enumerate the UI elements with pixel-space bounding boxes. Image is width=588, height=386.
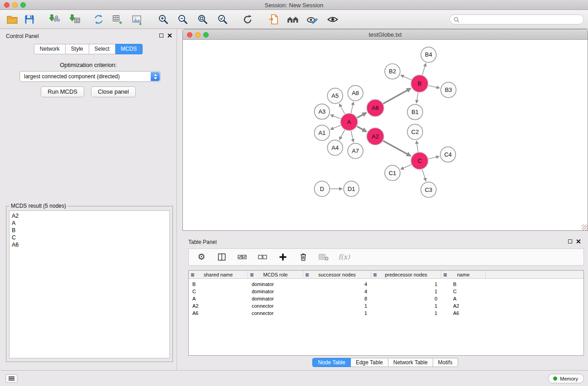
table-settings-button[interactable]: ⚙ xyxy=(196,252,207,262)
table-row[interactable]: A2connector11A2 xyxy=(189,302,583,310)
result-item[interactable]: A2 xyxy=(12,212,167,219)
export-image-button[interactable] xyxy=(131,13,143,26)
import-document-button[interactable] xyxy=(268,13,280,26)
table-row[interactable]: Bdominator41B xyxy=(189,281,583,288)
edge-C-C1[interactable] xyxy=(401,165,411,170)
node-C2[interactable]: C2 xyxy=(407,124,423,140)
edge-A-A7[interactable] xyxy=(351,131,353,142)
edge-B-B2[interactable] xyxy=(401,75,411,80)
resize-grip[interactable] xyxy=(582,224,588,230)
criterion-dropdown[interactable]: largest connected component (directed) xyxy=(19,71,161,82)
deselect-all-columns-button[interactable] xyxy=(257,252,268,262)
node-C1[interactable]: C1 xyxy=(385,165,400,181)
zoom-selected-button[interactable] xyxy=(216,13,229,26)
network-canvas[interactable]: B4B2BB3A8A5A6A3B1AC2A1A2A4A7C4CC1C3DD1 xyxy=(183,40,588,230)
table-row[interactable]: Cdominator41C xyxy=(189,288,583,295)
float-table-panel-icon[interactable] xyxy=(568,239,572,243)
tab-select[interactable]: Select xyxy=(89,44,115,54)
node-A3[interactable]: A3 xyxy=(314,104,330,119)
edge-A-A1[interactable] xyxy=(330,125,341,129)
node-B[interactable]: B xyxy=(411,75,428,92)
edge-A-A3[interactable] xyxy=(330,115,341,119)
node-B3[interactable]: B3 xyxy=(441,82,456,98)
refresh-view-button[interactable] xyxy=(241,13,254,26)
node-A5[interactable]: A5 xyxy=(327,88,343,104)
edge-B-B1[interactable] xyxy=(416,93,418,103)
network-graph[interactable]: B4B2BB3A8A5A6A3B1AC2A1A2A4A7C4CC1C3DD1 xyxy=(183,40,588,230)
network-window-titlebar[interactable]: testGlobe.txt xyxy=(183,29,588,40)
node-A1[interactable]: A1 xyxy=(314,125,330,141)
result-item[interactable]: C xyxy=(12,234,167,241)
close-table-panel-icon[interactable] xyxy=(576,239,581,243)
column-header[interactable]: successor nodes xyxy=(303,271,371,278)
zoom-fit-button[interactable] xyxy=(196,13,209,26)
edge-A-A6[interactable] xyxy=(357,113,367,118)
import-table-file-button[interactable] xyxy=(68,13,81,26)
table-row[interactable]: Adominator80A xyxy=(189,295,583,302)
tab-edge-table[interactable]: Edge Table xyxy=(351,358,388,367)
node-C3[interactable]: C3 xyxy=(421,182,436,197)
result-item[interactable]: A xyxy=(12,219,167,227)
select-all-columns-button[interactable] xyxy=(237,252,248,262)
node-C[interactable]: C xyxy=(411,152,428,169)
tab-node-table[interactable]: Node Table xyxy=(312,358,351,367)
memory-button[interactable]: Memory xyxy=(548,374,584,383)
close-panel-button[interactable]: Close panel xyxy=(91,86,136,97)
import-network-file-button[interactable] xyxy=(48,13,61,26)
table-row[interactable]: A6connector11A6 xyxy=(189,310,583,317)
node-A4[interactable]: A4 xyxy=(327,140,343,155)
edge-A-A4[interactable] xyxy=(339,130,345,140)
node-A[interactable]: A xyxy=(340,114,358,131)
zoom-in-button[interactable] xyxy=(157,13,170,26)
node-A6[interactable]: A6 xyxy=(367,100,384,117)
edge-B-B3[interactable] xyxy=(428,86,440,88)
task-history-button[interactable] xyxy=(5,374,18,383)
node-D1[interactable]: D1 xyxy=(344,181,359,196)
search-box[interactable] xyxy=(449,14,584,24)
save-session-button[interactable] xyxy=(23,13,36,26)
tab-network[interactable]: Network xyxy=(34,44,66,54)
show-hide-button[interactable] xyxy=(326,13,339,26)
result-item[interactable]: A6 xyxy=(12,241,167,248)
edge-C-C3[interactable] xyxy=(422,169,426,181)
show-columns-button[interactable] xyxy=(216,252,227,262)
delete-column-button[interactable] xyxy=(298,252,309,262)
node-D[interactable]: D xyxy=(314,181,330,196)
float-panel-icon[interactable] xyxy=(159,33,163,38)
ndex-button[interactable] xyxy=(287,13,299,26)
edge-A2-C[interactable] xyxy=(383,141,411,156)
mcds-result-list[interactable]: A2ABCA6 xyxy=(9,210,170,358)
run-mcds-button[interactable]: Run MCDS xyxy=(41,86,84,97)
edge-A6-B[interactable] xyxy=(383,88,411,104)
node-B4[interactable]: B4 xyxy=(421,47,436,62)
column-header[interactable]: predecessor nodes xyxy=(371,271,441,278)
node-C4[interactable]: C4 xyxy=(440,147,456,162)
node-B2[interactable]: B2 xyxy=(385,64,400,79)
tab-motifs[interactable]: Motifs xyxy=(433,358,458,367)
column-header[interactable]: shared name xyxy=(189,271,248,278)
node-B1[interactable]: B1 xyxy=(407,105,423,120)
tab-style[interactable]: Style xyxy=(66,44,89,54)
column-header[interactable]: name xyxy=(441,271,486,278)
zoom-out-button[interactable] xyxy=(177,13,189,26)
edge-B-B4[interactable] xyxy=(422,63,426,75)
result-item[interactable]: B xyxy=(12,227,167,234)
network-tools-button[interactable] xyxy=(92,13,105,26)
edge-C-C4[interactable] xyxy=(428,157,439,159)
search-input[interactable] xyxy=(462,16,580,23)
function-builder-button[interactable]: f(x) xyxy=(339,252,349,262)
edit-annotations-button[interactable] xyxy=(306,13,319,26)
node-A2[interactable]: A2 xyxy=(367,128,384,145)
edge-A-A5[interactable] xyxy=(339,104,345,114)
edge-C-C2[interactable] xyxy=(416,141,418,152)
node-A7[interactable]: A7 xyxy=(348,143,363,158)
delete-table-button[interactable] xyxy=(318,252,329,262)
edge-A-A2[interactable] xyxy=(357,126,367,132)
column-header[interactable]: MCDS role xyxy=(248,271,303,278)
export-table-button[interactable] xyxy=(111,13,124,26)
node-A8[interactable]: A8 xyxy=(348,86,363,101)
add-column-button[interactable] xyxy=(277,252,288,262)
tab-mcds[interactable]: MCDS xyxy=(115,44,143,54)
close-panel-icon[interactable] xyxy=(167,33,172,38)
edge-A-A8[interactable] xyxy=(351,102,353,113)
